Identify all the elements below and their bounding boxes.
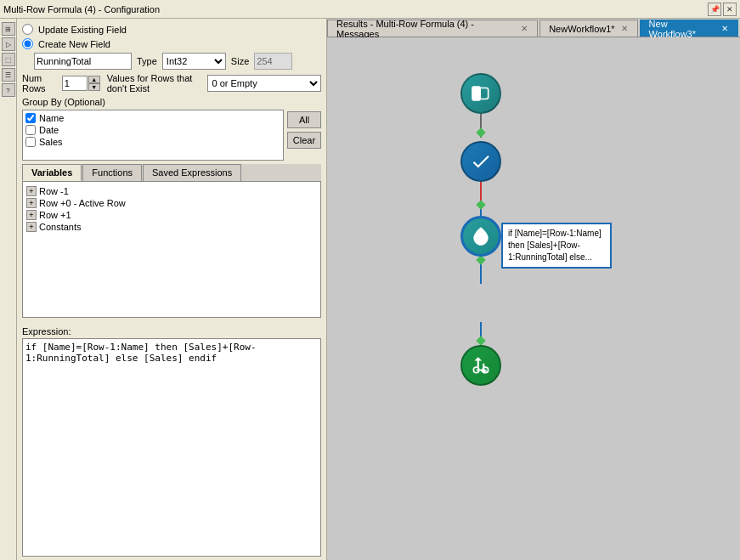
tree-label-constants: Constants — [39, 222, 82, 232]
create-new-radio[interactable] — [22, 38, 33, 49]
left-panel: Update Existing Field Create New Field T… — [0, 19, 327, 560]
tab-workflow1-label: NewWorkflow1* — [549, 24, 614, 34]
checkbox-date-input[interactable] — [25, 125, 36, 135]
expression-tabs-container: Variables Functions Saved Expressions + … — [22, 164, 321, 318]
num-rows-input[interactable] — [62, 76, 88, 91]
num-rows-spinner: ▲ ▼ — [88, 76, 100, 91]
node-input[interactable] — [460, 73, 501, 114]
help-icon[interactable]: ? — [2, 83, 15, 97]
tree-row-active: + Row +0 - Active Row — [26, 197, 317, 209]
side-toolbar: ⊞ ▷ ⬚ ☰ ? — [0, 19, 17, 560]
tab-results-close[interactable]: ✕ — [520, 24, 528, 33]
right-tab-bar: Results - Multi-Row Formula (4) - Messag… — [327, 19, 740, 37]
type-select[interactable]: Int32 String Double — [162, 53, 226, 70]
run-icon[interactable]: ▷ — [2, 37, 15, 51]
tab-workflow3[interactable]: New Workflow3* ✕ — [640, 20, 738, 37]
checkbox-sales-input[interactable] — [25, 137, 36, 147]
tab-bar: Variables Functions Saved Expressions — [22, 164, 321, 182]
cursor-icon[interactable]: ⊞ — [2, 22, 15, 36]
tab-saved-expressions[interactable]: Saved Expressions — [143, 164, 241, 181]
num-rows-row: Num Rows ▲ ▼ Values for Rows that don't … — [22, 73, 321, 93]
update-existing-radio[interactable] — [22, 24, 33, 35]
grid-icon[interactable]: ⬚ — [2, 53, 15, 66]
svg-rect-4 — [476, 200, 485, 209]
expand-row-plus1[interactable]: + — [26, 210, 37, 220]
formula-box: if [Name]=[Row-1:Name] then [Sales]+[Row… — [501, 223, 612, 269]
checkbox-name-input[interactable] — [25, 113, 36, 123]
tree-row-plus1: + Row +1 — [26, 209, 317, 221]
group-by-label: Group By (Optional) — [22, 97, 321, 107]
spinner-down[interactable]: ▼ — [88, 83, 100, 91]
expression-label: Expression: — [22, 326, 321, 337]
update-existing-row: Update Existing Field — [22, 24, 321, 35]
tree-label-row-active: Row +0 - Active Row — [39, 198, 126, 208]
config-panel: Update Existing Field Create New Field T… — [17, 19, 326, 323]
window-controls: 📌 ✕ — [708, 3, 737, 16]
svg-rect-6 — [476, 255, 485, 264]
main-container: ⊞ ▷ ⬚ ☰ ? Update Existing Field Create N… — [0, 19, 740, 560]
size-label: Size — [231, 56, 249, 66]
tree-label-row-plus1: Row +1 — [39, 210, 71, 220]
expression-textarea[interactable]: if [Name]=[Row-1:Name] then [Sales]+[Row… — [22, 338, 321, 557]
all-button[interactable]: All — [287, 111, 321, 128]
tab-variables[interactable]: Variables — [22, 164, 82, 181]
spinner-up[interactable]: ▲ — [88, 76, 100, 83]
group-by-section: Group By (Optional) Name Date — [22, 97, 321, 161]
node-multirow-icon — [460, 216, 501, 257]
window-title: Multi-Row Formula (4) - Configuration — [3, 4, 708, 14]
type-label: Type — [137, 56, 157, 66]
group-by-inner: Name Date Sales All Clear — [22, 110, 321, 161]
expand-constants[interactable]: + — [26, 222, 37, 232]
title-bar: Multi-Row Formula (4) - Configuration 📌 … — [0, 0, 740, 19]
group-by-buttons: All Clear — [287, 110, 321, 161]
checkbox-date-label: Date — [39, 125, 59, 135]
formula-box-text: if [Name]=[Row-1:Name] then [Sales]+[Row… — [508, 229, 602, 262]
checkbox-date: Date — [25, 125, 280, 135]
tree-label-row-1: Row -1 — [39, 186, 69, 196]
create-new-row: Create New Field — [22, 38, 321, 49]
node-multirow[interactable] — [460, 216, 501, 257]
tab-workflow1-close[interactable]: ✕ — [620, 24, 629, 33]
field-config-row: Type Int32 String Double Size — [34, 53, 321, 70]
connectors-svg — [327, 37, 740, 560]
node-browse-icon — [460, 345, 501, 386]
workflow-canvas: if [Name]=[Row-1:Name] then [Sales]+[Row… — [327, 37, 740, 560]
node-filter[interactable] — [460, 141, 501, 182]
node-filter-icon — [460, 141, 501, 182]
close-button[interactable]: ✕ — [723, 3, 737, 16]
tab-content-variables: + Row -1 + Row +0 - Active Row + Row +1 … — [22, 182, 321, 318]
values-select[interactable]: 0 or Empty Null First/Last Value — [207, 75, 321, 92]
num-rows-label: Num Rows — [22, 73, 55, 93]
tab-workflow1[interactable]: NewWorkflow1* ✕ — [539, 20, 637, 37]
checkbox-sales-label: Sales — [39, 137, 63, 147]
values-label: Values for Rows that don't Exist — [107, 73, 201, 93]
pin-button[interactable]: 📌 — [708, 3, 721, 16]
node-input-icon — [460, 73, 501, 114]
size-input — [254, 53, 292, 70]
right-panel: Results - Multi-Row Formula (4) - Messag… — [327, 19, 740, 560]
checkbox-list: Name Date Sales — [22, 110, 284, 161]
clear-button[interactable]: Clear — [287, 132, 321, 149]
node-browse[interactable] — [460, 345, 501, 386]
create-new-label: Create New Field — [38, 39, 110, 49]
checkbox-sales: Sales — [25, 137, 280, 147]
expression-section: Expression: if [Name]=[Row-1:Name] then … — [17, 323, 326, 560]
svg-rect-8 — [476, 336, 485, 345]
tab-workflow3-close[interactable]: ✕ — [720, 24, 729, 33]
menu-icon[interactable]: ☰ — [2, 68, 15, 82]
tab-results[interactable]: Results - Multi-Row Formula (4) - Messag… — [327, 20, 538, 37]
checkbox-name: Name — [25, 113, 280, 123]
update-existing-label: Update Existing Field — [38, 25, 127, 35]
svg-rect-1 — [476, 127, 485, 137]
tab-workflow3-label: New Workflow3* — [649, 19, 715, 39]
tab-functions[interactable]: Functions — [82, 164, 142, 181]
expand-row-1[interactable]: + — [26, 186, 37, 196]
checkbox-name-label: Name — [39, 113, 64, 123]
field-name-input[interactable] — [34, 53, 132, 70]
tab-results-label: Results - Multi-Row Formula (4) - Messag… — [336, 19, 515, 39]
tree-constants: + Constants — [26, 221, 317, 233]
expand-row-active[interactable]: + — [26, 198, 37, 208]
tree-row-1: + Row -1 — [26, 185, 317, 197]
